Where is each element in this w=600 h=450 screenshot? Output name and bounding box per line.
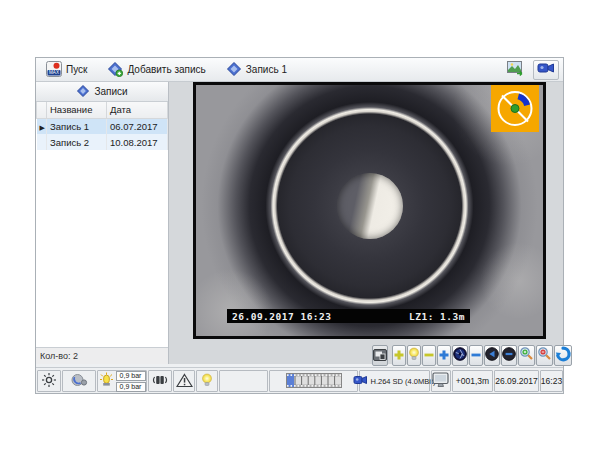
bulb-on-icon [201,373,213,389]
reset-icon [555,346,571,366]
records-table-marker-header [37,102,47,118]
record-1-button-label: Запись 1 [246,64,287,75]
table-row[interactable]: ▶ Запись 1 06.07.2017 [37,118,168,134]
monitor-icon [432,372,450,390]
record-date-cell: 10.08.2017 [107,134,168,150]
date-status: 26.09.2017 [494,370,539,392]
camera-head-indicator[interactable] [62,370,96,392]
codec-label: H.264 SD (4.0MBit) [370,377,435,386]
pressure-values: 0,9 bar 0,9 bar [116,371,146,392]
light-increase-button[interactable] [392,345,406,366]
record-1-button[interactable]: Запись 1 [219,60,294,80]
selected-row-marker: ▶ [40,124,45,131]
record-name-cell: Запись 2 [47,134,107,150]
minus-blue-icon [470,347,482,365]
pressure-indicator: 0,9 bar 0,9 bar [97,370,147,392]
records-panel-title: Записи [94,86,127,97]
diamond-icon [226,61,242,79]
toolbar-right-group [503,60,559,80]
brightness-icon [41,372,57,390]
lamp-indicator[interactable] [196,370,218,392]
video-camera-icon [353,374,368,388]
diamond-plus-icon [107,61,123,79]
distance-status: +001,3m [452,370,493,392]
diamond-icon [76,84,90,100]
warning-indicator [173,370,195,392]
pressure-top-value: 0,9 bar [116,371,146,381]
record-name-cell: Запись 1 [47,118,107,134]
osd-position: LZ1: 1.3m [409,311,465,322]
compass-roll-icon [491,85,539,136]
camera-head-icon [70,373,88,389]
video-area: 26.09.2017 16:23 LZ1: 1.3m [169,82,563,364]
start-button-label: Пуск [66,64,87,75]
records-table-name-header[interactable]: Название [47,102,107,118]
iris-increase-button[interactable] [437,345,451,366]
records-panel-header[interactable]: Записи [36,82,168,102]
desktop: MAX Пуск Добавить запись Запись 1 [0,0,600,450]
transmitter-icon [150,373,170,389]
zoom-in-button[interactable] [518,345,535,366]
plus-yellow-icon [393,347,405,365]
camera-control-strip [169,343,563,368]
image-export-icon [507,61,525,80]
recording-progress [269,370,358,392]
circle-back-icon [485,347,499,365]
video-osd-bar: 26.09.2017 16:23 LZ1: 1.3m [227,309,470,323]
monitor-status [431,370,451,392]
status-spacer [219,370,268,392]
focus-far-button[interactable] [501,345,517,366]
add-record-button[interactable]: Добавить запись [100,60,212,80]
max-logo-icon: MAX [46,61,62,79]
codec-status: H.264 SD (4.0MBit) [359,370,430,392]
record-date-cell: 06.07.2017 [107,118,168,134]
bulb-icon [408,347,420,365]
time-status: 16:23 [540,370,563,392]
records-table-date-header[interactable]: Дата [107,102,168,118]
zoom-out-button[interactable] [536,345,553,366]
filmstrip-icon [286,373,342,390]
records-table: Название Дата ▶ Запись 1 06.07.2017 Запи… [36,102,168,150]
plus-blue-icon [438,347,450,365]
circle-minus-icon [502,347,516,365]
add-record-button-label: Добавить запись [127,64,205,75]
led-icon [99,372,114,390]
video-camera-button[interactable] [533,60,559,80]
svg-text:MAX: MAX [49,70,59,75]
brightness-indicator[interactable] [37,370,61,392]
main-toolbar: MAX Пуск Добавить запись Запись 1 [36,58,563,82]
iris-decrease-button[interactable] [469,345,483,366]
records-count-label: Кол-во: 2 [36,347,168,364]
pressure-bottom-value: 0,9 bar [116,382,146,392]
zoom-in-icon [519,346,534,365]
records-panel: Записи Название Дата ▶ Запись 1 06.07.20… [36,82,169,364]
video-camera-icon [537,61,555,79]
osd-datetime: 26.09.2017 16:23 [232,311,332,322]
pipe-bore-center [337,173,403,239]
light-button[interactable] [407,345,421,366]
display-toggle-icon [373,347,387,365]
video-frame: 26.09.2017 16:23 LZ1: 1.3m [193,82,546,339]
transmitter-indicator [148,370,172,392]
date-value: 26.09.2017 [495,376,538,386]
focus-near-button[interactable] [484,345,500,366]
start-button[interactable]: MAX Пуск [39,60,94,80]
aperture-button[interactable] [452,345,468,366]
reset-view-button[interactable] [554,345,572,366]
time-value: 16:23 [541,376,562,386]
app-window: MAX Пуск Добавить запись Запись 1 [35,57,564,394]
snapshot-export-button[interactable] [503,60,529,80]
aperture-icon [453,347,467,365]
table-row[interactable]: Запись 2 10.08.2017 [37,134,168,150]
display-toggle-button[interactable] [372,345,388,366]
light-decrease-button[interactable] [422,345,436,366]
distance-value: +001,3m [456,376,489,386]
warning-icon [176,373,193,390]
minus-yellow-icon [423,347,435,365]
status-bar: 0,9 bar 0,9 bar H.264 SD (4.0MBit) +001,… [36,367,563,393]
zoom-out-icon [537,346,552,365]
